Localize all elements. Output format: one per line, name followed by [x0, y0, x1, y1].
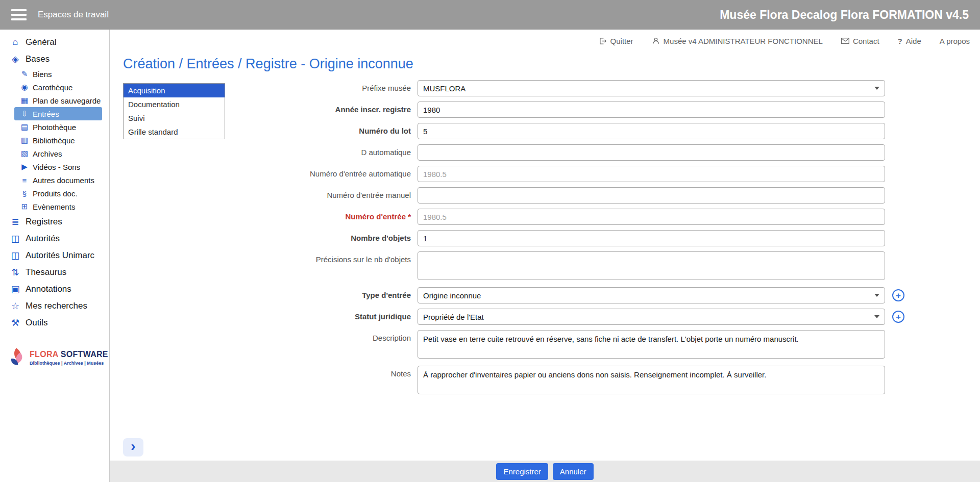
menu-icon[interactable]: [11, 9, 27, 20]
input-numero-du-lot[interactable]: [418, 123, 885, 139]
field-label-numero-entree: Numéro d'entrée *: [225, 209, 418, 221]
tab-acquisition[interactable]: Acquisition: [124, 84, 225, 97]
sidebar-item-registres[interactable]: ≣Registres: [0, 213, 109, 230]
sidebar-item-bases[interactable]: ◈Bases: [0, 50, 109, 67]
sidebar-item-label: Autorités: [26, 234, 60, 244]
calendar-icon: ⊞: [19, 202, 30, 211]
flora-logo: FLORA SOFTWARE Bibliothèques | Archives …: [5, 346, 109, 369]
field-control-notes: [418, 366, 885, 396]
field-control-type-entree: Origine inconnue: [418, 287, 885, 303]
sidebar-item-mes-recherches[interactable]: ☆Mes recherches: [0, 297, 109, 314]
tab-grille-standard[interactable]: Grille standard: [124, 125, 225, 139]
field-label-type-entree: Type d'entrée: [225, 287, 418, 299]
sidebar-item-phototheque[interactable]: ▤Photothèque: [14, 120, 102, 134]
input-numero-entree[interactable]: [418, 209, 885, 225]
user-menu[interactable]: Musée v4 ADMINISTRATEUR FONCTIONNEL: [652, 37, 823, 45]
sidebar-item-carotheque[interactable]: ◉Carothèque: [14, 81, 102, 94]
form-row-precisions-nb-objets: Précisions sur le nb d'objets: [225, 251, 904, 282]
input-d-automatique[interactable]: [418, 144, 885, 161]
textarea-description[interactable]: [418, 330, 885, 359]
form-row-numero-du-lot: Numéro du lot: [225, 123, 904, 139]
sidebar-item-videos-sons[interactable]: ▶Vidéos - Sons: [14, 160, 102, 173]
user-icon: [652, 37, 660, 45]
sidebar-item-thesaurus[interactable]: ⇅Thesaurus: [0, 264, 109, 281]
quitter-button[interactable]: Quitter: [599, 37, 633, 45]
form-row-prefixe-musee: Préfixe muséeMUSFLORA: [225, 80, 904, 96]
sidebar-item-autorites-unimarc[interactable]: ◫Autorités Unimarc: [0, 247, 109, 264]
sidebar-item-archives[interactable]: ▧Archives: [14, 147, 102, 160]
page-title: Création / Entrées / Registre - Origine …: [123, 56, 980, 72]
field-label-notes: Notes: [225, 366, 418, 378]
sidebar-item-label: Mes recherches: [26, 301, 87, 311]
cancel-button[interactable]: Annuler: [553, 463, 594, 480]
field-control-nombre-objets: [418, 230, 885, 246]
sidebar-item-label: Evènements: [33, 202, 75, 211]
thesaurus-sort-icon: ⇅: [9, 267, 22, 278]
sidebar-item-label: Général: [26, 37, 56, 47]
contact-button[interactable]: Contact: [841, 37, 879, 45]
sidebar-item-bibliotheque[interactable]: ▥Bibliothèque: [14, 134, 102, 147]
sidebar-item-label: Produits doc.: [33, 189, 78, 198]
expand-panel-button[interactable]: ›: [123, 438, 143, 456]
quitter-label: Quitter: [610, 37, 633, 45]
form-row-annee-inscr-registre: Année inscr. registre: [225, 102, 904, 118]
library-icon: ▥: [19, 136, 30, 145]
add-type-entree-button[interactable]: +: [892, 289, 904, 301]
sidebar-item-autorites[interactable]: ◫Autorités: [0, 230, 109, 247]
sidebar-item-annotations[interactable]: ▣Annotations: [0, 281, 109, 297]
add-statut-juridique-button[interactable]: +: [892, 311, 904, 323]
save-button[interactable]: Enregistrer: [496, 463, 548, 480]
sidebar-item-label: Annotations: [26, 284, 71, 294]
footer-action-bar: Enregistrer Annuler: [110, 461, 980, 482]
brand-flora: FLORA: [30, 350, 58, 359]
input-nombre-objets[interactable]: [418, 230, 885, 246]
sidebar-item-evenements[interactable]: ⊞Evènements: [14, 200, 102, 213]
contact-label: Contact: [853, 37, 879, 45]
select-type-entree[interactable]: Origine inconnue: [418, 287, 885, 303]
field-control-precisions-nb-objets: [418, 251, 885, 282]
field-control-annee-inscr-registre: [418, 102, 885, 118]
sidebar-item-label: Outils: [26, 318, 47, 328]
field-control-numero-entree-manuel: [418, 187, 885, 204]
tab-documentation[interactable]: Documentation: [124, 97, 225, 111]
tab-suivi[interactable]: Suivi: [124, 111, 225, 125]
sidebar-item-label: Entrées: [33, 110, 59, 118]
photo-icon: ▤: [19, 122, 30, 132]
field-control-statut-juridique: Propriété de l'Etat: [418, 309, 885, 325]
sidebar-item-plan-de-sauvegarde[interactable]: ▦Plan de sauvegarde: [14, 94, 102, 107]
envelope-icon: [841, 38, 849, 44]
field-label-numero-entree-automatique: Numéro d'entrée automatique: [225, 166, 418, 178]
select-statut-juridique[interactable]: Propriété de l'Etat: [418, 309, 885, 325]
sidebar-item-produits-doc[interactable]: §Produits doc.: [14, 187, 102, 200]
chevron-right-icon: ›: [131, 439, 135, 453]
sidebar-item-entrees[interactable]: ⇩Entrées: [14, 107, 102, 120]
form-row-type-entree: Type d'entréeOrigine inconnue+: [225, 287, 904, 303]
sidebar-item-label: Registres: [26, 217, 62, 227]
select-prefixe-musee[interactable]: MUSFLORA: [418, 80, 885, 96]
sidebar-item-outils[interactable]: ⚒Outils: [0, 314, 109, 331]
apropos-button[interactable]: A propos: [940, 37, 970, 45]
sidebar-item-general[interactable]: ⌂Général: [0, 34, 109, 50]
input-annee-inscr-registre[interactable]: [418, 102, 885, 118]
form-row-d-automatique: D automatique: [225, 144, 904, 161]
input-numero-entree-manuel[interactable]: [418, 187, 885, 204]
sidebar-item-autres-documents[interactable]: ≡Autres documents: [14, 173, 102, 187]
document-icon: ≡: [19, 176, 30, 185]
sidebar-item-label: Archives: [33, 149, 62, 158]
app-title: Musée Flora Decalog Flora FORMATION v4.5: [720, 8, 969, 22]
pen-document-icon: ✎: [19, 69, 30, 79]
help-icon: ?: [898, 37, 902, 45]
sidebar-item-label: Bibliothèque: [33, 136, 75, 145]
aide-button[interactable]: ? Aide: [898, 37, 921, 45]
field-label-description: Description: [225, 330, 418, 342]
sidebar-item-label: Carothèque: [33, 83, 72, 92]
aide-label: Aide: [906, 37, 921, 45]
textarea-precisions-nb-objets[interactable]: [418, 251, 885, 280]
form-row-numero-entree-manuel: Numéro d'entrée manuel: [225, 187, 904, 204]
sidebar-item-biens[interactable]: ✎Biens: [14, 67, 102, 81]
chevron-down-icon: [874, 315, 879, 318]
textarea-notes[interactable]: [418, 366, 885, 394]
archive-box-icon: ▧: [19, 149, 30, 158]
input-numero-entree-automatique[interactable]: [418, 166, 885, 182]
tag-icon: ◈: [9, 54, 22, 65]
